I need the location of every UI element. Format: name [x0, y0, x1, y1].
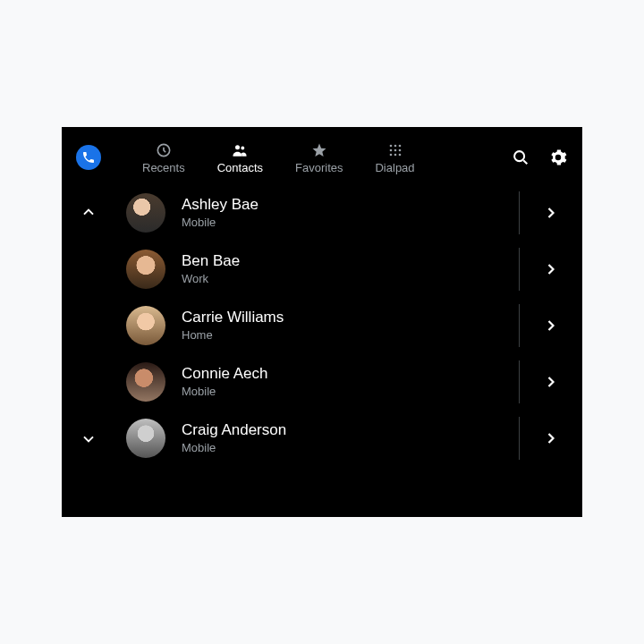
chevron-right-icon [542, 429, 560, 447]
tab-dialpad[interactable]: Dialpad [375, 141, 414, 174]
svg-point-3 [389, 144, 392, 147]
tab-label: Favorites [295, 161, 343, 174]
contact-subtitle: Mobile [182, 385, 510, 398]
gear-icon[interactable] [548, 148, 568, 167]
contact-list: Ashley BaeMobileBen BaeWorkCarrie Willia… [62, 179, 582, 466]
avatar [126, 306, 165, 345]
tab-recents[interactable]: Recents [142, 141, 185, 174]
tab-favorites[interactable]: Favorites [295, 141, 343, 174]
dialpad-icon [386, 141, 404, 159]
contact-row[interactable]: Ben BaeWork [62, 241, 582, 297]
contact-info: Ashley BaeMobile [182, 196, 519, 229]
tab-label: Dialpad [375, 161, 414, 174]
chevron-right-icon [542, 373, 560, 391]
phone-app-window: Recents Contacts Favorites Dialpad [62, 127, 582, 517]
svg-point-2 [242, 146, 245, 149]
search-icon[interactable] [511, 148, 530, 167]
svg-point-4 [394, 144, 396, 147]
avatar [126, 419, 165, 458]
clock-icon [155, 141, 173, 159]
topbar: Recents Contacts Favorites Dialpad [62, 127, 582, 179]
avatar [126, 193, 165, 233]
contact-row[interactable]: Connie AechMobile [62, 353, 582, 410]
contact-detail-button[interactable] [520, 429, 582, 447]
svg-point-1 [235, 145, 240, 149]
chevron-up-icon [80, 204, 97, 222]
tab-contacts[interactable]: Contacts [217, 141, 263, 174]
svg-point-9 [389, 153, 392, 156]
chevron-down-icon [80, 429, 97, 447]
avatar [126, 250, 165, 289]
people-icon [231, 141, 249, 159]
contact-detail-button[interactable] [520, 260, 582, 278]
svg-point-12 [514, 151, 524, 161]
contact-info: Connie AechMobile [182, 365, 519, 398]
svg-point-8 [398, 148, 401, 151]
contact-row[interactable]: Craig AndersonMobile [62, 410, 582, 466]
scroll-up-button[interactable] [78, 204, 99, 222]
tab-label: Contacts [217, 161, 263, 174]
contact-detail-button[interactable] [520, 204, 582, 222]
contact-name: Ashley Bae [182, 196, 510, 214]
tab-label: Recents [142, 161, 185, 174]
contact-detail-button[interactable] [520, 373, 582, 391]
contact-info: Ben BaeWork [182, 252, 519, 285]
avatar [126, 362, 165, 402]
contact-info: Carrie WilliamsHome [182, 309, 519, 342]
star-icon [310, 141, 328, 159]
contact-subtitle: Work [182, 272, 510, 285]
scroll-down-button[interactable] [78, 429, 99, 447]
contact-detail-button[interactable] [520, 317, 582, 335]
tab-bar: Recents Contacts Favorites Dialpad [142, 141, 415, 174]
svg-point-6 [389, 148, 392, 151]
contact-info: Craig AndersonMobile [182, 421, 519, 454]
contact-name: Ben Bae [182, 252, 510, 270]
phone-app-icon[interactable] [76, 145, 101, 170]
contact-row[interactable]: Carrie WilliamsHome [62, 297, 582, 353]
contact-subtitle: Mobile [182, 216, 510, 229]
chevron-right-icon [542, 260, 560, 278]
svg-point-7 [394, 148, 396, 151]
svg-point-5 [398, 144, 401, 147]
contact-name: Carrie Williams [182, 309, 510, 326]
contact-name: Craig Anderson [182, 421, 510, 439]
contact-subtitle: Mobile [182, 441, 510, 454]
top-actions [511, 148, 568, 167]
svg-point-10 [394, 153, 396, 156]
contact-name: Connie Aech [182, 365, 510, 383]
contact-row[interactable]: Ashley BaeMobile [62, 184, 582, 241]
svg-point-11 [398, 153, 401, 156]
chevron-right-icon [542, 317, 560, 335]
chevron-right-icon [542, 204, 560, 222]
contact-subtitle: Home [182, 328, 510, 342]
